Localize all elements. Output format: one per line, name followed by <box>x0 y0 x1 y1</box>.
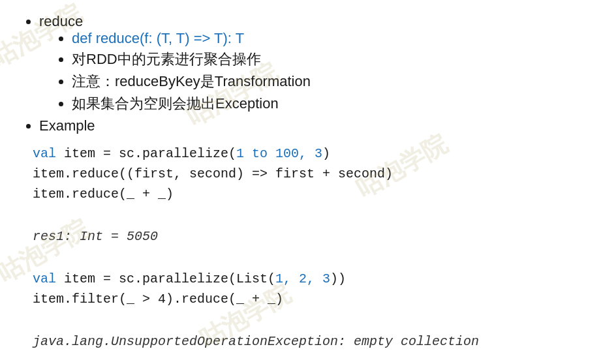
code-line-3: item.reduce(_ + _) <box>33 184 596 204</box>
sub-item-def: def reduce(f: (T, T) => T): T <box>72 30 596 47</box>
sub-item-desc1-text: 对RDD中的元素进行聚合操作 <box>72 51 261 67</box>
code-line-1-suffix: ) <box>322 146 330 161</box>
error-1-text: java.lang.UnsupportedOperationException:… <box>33 334 479 349</box>
code-line-4-text: item = sc.parallelize(List( <box>64 271 275 286</box>
code-block-2: val item = sc.parallelize(List(1, 2, 3))… <box>33 269 596 309</box>
error-1: java.lang.UnsupportedOperationException:… <box>33 334 596 349</box>
code-line-4-suffix: )) <box>330 271 346 286</box>
result-1: res1: Int = 5050 <box>33 229 596 244</box>
result-1-text: res1: Int = 5050 <box>33 229 158 244</box>
code-block-1: val item = sc.parallelize(1 to 100, 3) i… <box>33 144 596 204</box>
code-line-2: item.reduce((first, second) => first + s… <box>33 164 596 184</box>
spacer-1 <box>20 213 596 222</box>
val-keyword-2: val <box>33 271 56 286</box>
code-line-4: val item = sc.parallelize(List(1, 2, 3)) <box>33 269 596 289</box>
main-list: reduce def reduce(f: (T, T) => T): T 对RD… <box>20 13 596 134</box>
sub-item-desc2-text: 注意：reduceByKey是Transformation <box>72 73 311 89</box>
reduce-label: reduce <box>39 13 83 29</box>
code-line-1-blue: 1 to 100, 3 <box>236 146 322 161</box>
sub-list-reduce: def reduce(f: (T, T) => T): T 对RDD中的元素进行… <box>39 30 596 114</box>
code-line-4-blue: 1, 2, 3 <box>275 271 330 286</box>
code-line-3-text: item.reduce(_ + _) <box>33 187 174 202</box>
sub-item-desc1: 对RDD中的元素进行聚合操作 <box>72 50 596 69</box>
code-line-5: item.filter(_ > 4).reduce(_ + _) <box>33 289 596 309</box>
spacer-3 <box>20 318 596 327</box>
code-line-2-text: item.reduce((first, second) => first + s… <box>33 166 393 181</box>
code-line-1: val item = sc.parallelize(1 to 100, 3) <box>33 144 596 164</box>
sub-item-desc3: 如果集合为空则会抛出Exception <box>72 94 596 114</box>
val-keyword-1: val <box>33 146 56 161</box>
spacer-2 <box>20 250 596 260</box>
code-line-1-text: item = sc.parallelize( <box>64 146 236 161</box>
code-line-5-text: item.filter(_ > 4).reduce(_ + _) <box>33 292 283 307</box>
example-label: Example <box>39 117 95 134</box>
def-reduce-code: def reduce(f: (T, T) => T): T <box>72 30 244 46</box>
sub-item-desc3-text: 如果集合为空则会抛出Exception <box>72 95 279 112</box>
list-item-reduce: reduce def reduce(f: (T, T) => T): T 对RD… <box>39 13 596 114</box>
list-item-example: Example <box>39 117 596 134</box>
sub-item-desc2: 注意：reduceByKey是Transformation <box>72 72 596 91</box>
